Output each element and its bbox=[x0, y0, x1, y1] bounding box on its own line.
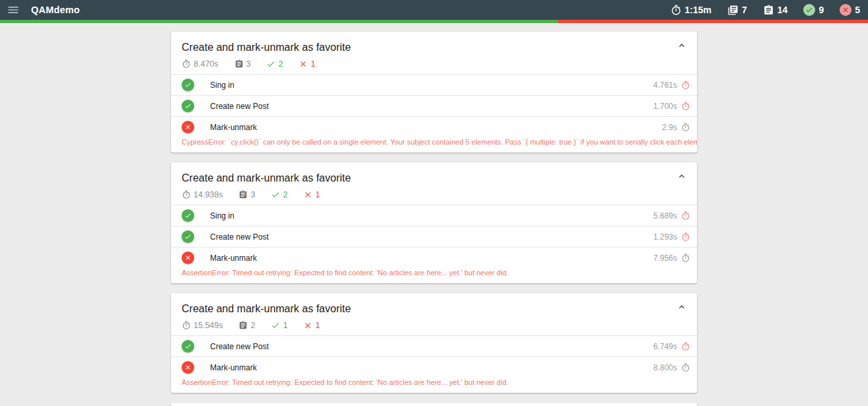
collapse-chevron-up-icon[interactable] bbox=[676, 40, 688, 51]
timer-icon bbox=[681, 254, 690, 263]
menu-icon[interactable] bbox=[7, 3, 20, 17]
suite-duration-stat: 14.938s bbox=[182, 190, 223, 199]
app-title: QAMdemo bbox=[31, 5, 80, 15]
passed-check-icon bbox=[803, 4, 815, 16]
timer-icon bbox=[681, 102, 690, 111]
total-duration-stat: 1:15m bbox=[670, 5, 711, 16]
suites-icon bbox=[727, 5, 739, 16]
suite-duration-value: 8.470s bbox=[194, 59, 219, 69]
tests-count-value: 14 bbox=[778, 5, 788, 15]
timer-icon bbox=[182, 190, 191, 199]
progress-failed-segment bbox=[558, 20, 868, 23]
failed-x-icon bbox=[182, 361, 194, 374]
timer-icon bbox=[681, 363, 690, 372]
suites-count-value: 7 bbox=[742, 5, 747, 15]
test-item: Mark-unmark 7.956s AssertionError: Timed… bbox=[171, 247, 697, 283]
clipboard-icon bbox=[238, 321, 248, 330]
suite-passed-value: 2 bbox=[283, 190, 287, 199]
test-name: Create new Post bbox=[210, 342, 653, 351]
total-duration-value: 1:15m bbox=[685, 5, 711, 15]
test-row: Mark-unmark 8.800s bbox=[171, 357, 697, 378]
suite-duration-stat: 15.549s bbox=[182, 321, 223, 330]
pass-fail-progress-bar bbox=[0, 20, 868, 23]
test-item: Create new Post 6.749s bbox=[171, 335, 697, 356]
failed-x-icon bbox=[840, 4, 851, 16]
suite-card: Create and mark-unmark as favorite 15.22… bbox=[171, 403, 697, 406]
suites-count-stat: 7 bbox=[727, 5, 747, 16]
app-bar: QAMdemo 1:15m 7 14 9 5 bbox=[0, 0, 868, 20]
passed-check-icon bbox=[182, 340, 194, 353]
failed-x-icon bbox=[182, 252, 194, 264]
test-duration: 1.293s bbox=[653, 232, 677, 242]
check-icon bbox=[266, 59, 275, 69]
collapse-chevron-up-icon[interactable] bbox=[676, 301, 688, 313]
test-name: Sing in bbox=[210, 211, 653, 220]
suite-duration-stat: 8.470s bbox=[182, 59, 219, 69]
suite-tests-value: 3 bbox=[246, 59, 251, 69]
timer-icon bbox=[681, 232, 690, 242]
suite-passed-stat: 2 bbox=[266, 59, 283, 69]
suite-passed-value: 2 bbox=[278, 59, 283, 69]
clipboard-icon bbox=[238, 190, 248, 199]
clipboard-icon bbox=[235, 59, 244, 69]
test-name: Mark-unmark bbox=[210, 123, 662, 132]
progress-passed-segment bbox=[0, 20, 558, 23]
suite-tests-stat: 3 bbox=[235, 59, 251, 69]
test-error-message: CypressError: `cy.click()` can only be c… bbox=[171, 137, 697, 152]
timer-icon bbox=[681, 211, 690, 220]
clipboard-icon bbox=[763, 5, 774, 16]
test-error-message: AssertionError: Timed out retrying: Expe… bbox=[171, 378, 697, 393]
test-duration: 6.749s bbox=[653, 342, 677, 351]
suite-title: Create and mark-unmark as favorite bbox=[182, 171, 686, 186]
failed-count-value: 5 bbox=[855, 5, 860, 15]
passed-check-icon bbox=[182, 79, 194, 91]
timer-icon bbox=[681, 123, 690, 132]
suite-tests-stat: 3 bbox=[238, 190, 255, 199]
suite-passed-stat: 2 bbox=[271, 190, 287, 199]
suite-tests-value: 3 bbox=[250, 190, 255, 199]
suite-stats: 8.470s 3 2 1 bbox=[182, 59, 686, 69]
test-name: Sing in bbox=[210, 81, 653, 90]
x-icon bbox=[299, 59, 308, 69]
timer-icon bbox=[681, 81, 690, 90]
test-duration: 8.800s bbox=[653, 363, 677, 372]
test-duration: 7.956s bbox=[653, 254, 677, 263]
test-row: Mark-unmark 7.956s bbox=[171, 248, 697, 268]
suite-tests-value: 2 bbox=[250, 321, 255, 330]
passed-check-icon bbox=[182, 100, 194, 112]
suite-header: Create and mark-unmark as favorite 14.93… bbox=[171, 162, 697, 205]
test-name: Create new Post bbox=[210, 232, 653, 242]
suite-card: Create and mark-unmark as favorite 14.93… bbox=[171, 162, 697, 283]
timer-icon bbox=[681, 342, 690, 351]
suite-duration-value: 15.549s bbox=[194, 321, 223, 330]
suite-failed-stat: 1 bbox=[299, 59, 315, 69]
suite-card: Create and mark-unmark as favorite 8.470… bbox=[171, 32, 697, 152]
suite-header: Create and mark-unmark as favorite 8.470… bbox=[171, 32, 697, 74]
suite-failed-stat: 1 bbox=[303, 321, 320, 330]
suites-list: Create and mark-unmark as favorite 8.470… bbox=[0, 23, 868, 406]
test-item: Sing in 4.761s bbox=[171, 74, 697, 95]
suite-failed-value: 1 bbox=[310, 59, 315, 69]
test-row: Sing in 5.689s bbox=[171, 205, 697, 226]
app-bar-stats: 1:15m 7 14 9 5 bbox=[655, 4, 860, 16]
suite-header: Create and mark-unmark as favorite 15.22… bbox=[171, 403, 697, 406]
suite-header: Create and mark-unmark as favorite 15.54… bbox=[171, 293, 697, 335]
x-icon bbox=[303, 321, 312, 330]
test-row: Create new Post 1.293s bbox=[171, 226, 697, 247]
failed-x-icon bbox=[182, 121, 194, 133]
test-item: Mark-unmark 2.9s CypressError: `cy.click… bbox=[171, 116, 697, 152]
collapse-chevron-up-icon[interactable] bbox=[676, 170, 688, 182]
test-row: Create new Post 1.700s bbox=[171, 96, 697, 116]
passed-check-icon bbox=[182, 209, 194, 222]
test-item: Mark-unmark 8.800s AssertionError: Timed… bbox=[171, 356, 697, 393]
suite-passed-stat: 1 bbox=[271, 321, 287, 330]
x-icon bbox=[303, 190, 312, 199]
test-name: Create new Post bbox=[210, 102, 653, 111]
suite-tests-stat: 2 bbox=[238, 321, 255, 330]
failed-count-stat: 5 bbox=[840, 4, 860, 16]
suite-failed-value: 1 bbox=[315, 190, 320, 199]
check-icon bbox=[271, 321, 280, 330]
timer-icon bbox=[182, 321, 191, 330]
suite-title: Create and mark-unmark as favorite bbox=[182, 302, 686, 316]
test-duration: 1.700s bbox=[653, 102, 677, 111]
